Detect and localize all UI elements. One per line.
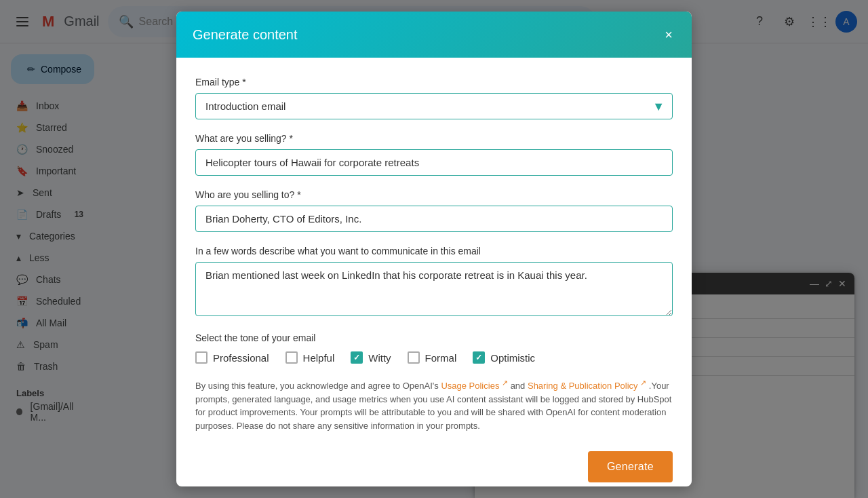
- modal-footer: Generate: [195, 446, 673, 482]
- communicate-label: In a few words describe what you want to…: [195, 246, 673, 256]
- disclaimer: By using this feature, you acknowledge a…: [195, 377, 673, 432]
- tone-checkbox-optimistic: [473, 351, 485, 364]
- generate-button[interactable]: Generate: [588, 451, 673, 482]
- tone-label-professional: Professional: [213, 352, 269, 364]
- email-type-group: Email type * Introduction email Follow-u…: [195, 77, 673, 119]
- selling-input[interactable]: [195, 149, 673, 176]
- tone-option-professional[interactable]: Professional: [195, 351, 269, 364]
- tone-label: Select the tone of your email: [195, 332, 673, 343]
- usage-policies-link[interactable]: Usage Policies: [441, 381, 510, 391]
- tone-section: Select the tone of your email Profession…: [195, 332, 673, 364]
- selling-to-group: Who are you selling to? *: [195, 189, 673, 232]
- selling-group: What are you selling? *: [195, 133, 673, 176]
- modal-body: Email type * Introduction email Follow-u…: [176, 58, 692, 486]
- modal-overlay: Generate content × Email type * Introduc…: [0, 0, 868, 498]
- selling-to-input[interactable]: [195, 206, 673, 232]
- generate-content-modal: Generate content × Email type * Introduc…: [176, 12, 692, 486]
- modal-header: Generate content ×: [176, 12, 692, 58]
- modal-title: Generate content: [193, 27, 298, 43]
- tone-label-helpful: Helpful: [303, 352, 335, 364]
- communicate-group: In a few words describe what you want to…: [195, 246, 673, 319]
- tone-option-helpful[interactable]: Helpful: [285, 351, 335, 364]
- tone-checkbox-helpful: [285, 351, 298, 364]
- tone-checkbox-formal: [408, 351, 420, 364]
- tone-option-optimistic[interactable]: Optimistic: [473, 351, 535, 364]
- email-type-label: Email type *: [195, 77, 673, 88]
- modal-close-button[interactable]: ×: [662, 25, 675, 44]
- and-text: and: [511, 381, 526, 391]
- email-type-select-wrapper: Introduction email Follow-up email Cold …: [195, 93, 673, 119]
- disclaimer-text: By using this feature, you acknowledge a…: [195, 381, 439, 391]
- sharing-link[interactable]: Sharing & Publication Policy: [528, 381, 649, 391]
- tone-option-witty[interactable]: Witty: [351, 351, 391, 364]
- tone-label-formal: Formal: [425, 352, 457, 364]
- tone-checkbox-professional: [195, 351, 208, 364]
- external-link-icon: [502, 381, 508, 391]
- external-link-icon-2: [640, 381, 646, 391]
- tone-checkbox-witty: [351, 351, 363, 364]
- communicate-textarea[interactable]: [195, 262, 673, 316]
- tone-option-formal[interactable]: Formal: [408, 351, 457, 364]
- tone-label-witty: Witty: [368, 352, 391, 364]
- tone-label-optimistic: Optimistic: [490, 352, 535, 364]
- tone-options: Professional Helpful Witty: [195, 351, 673, 364]
- selling-to-label: Who are you selling to? *: [195, 189, 673, 200]
- email-type-select[interactable]: Introduction email Follow-up email Cold …: [195, 93, 673, 119]
- selling-label: What are you selling? *: [195, 133, 673, 144]
